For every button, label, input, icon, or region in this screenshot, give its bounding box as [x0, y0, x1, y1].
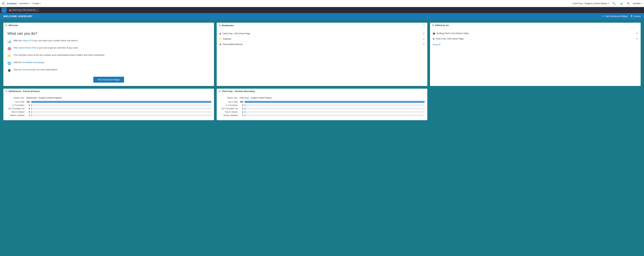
trans-bar [31, 108, 32, 110]
trans-value: 0 [240, 107, 244, 110]
create-menu[interactable]: Create ▾ [32, 2, 40, 5]
bookmarks-grid-icon: ⊞ [219, 24, 220, 27]
favorites-menu[interactable]: Favorites ▾ [19, 2, 30, 5]
trans-label: New in Master [219, 111, 240, 113]
documentation-link[interactable]: Documentation [22, 68, 36, 71]
search-button[interactable]: 🔍 [612, 1, 616, 6]
translation-row: Not Translated Yet 0 [219, 107, 425, 110]
trans-label: In Translation [219, 104, 240, 106]
settings-button[interactable]: ⚙ [626, 1, 630, 6]
library-link[interactable]: Library (F3) [22, 39, 33, 42]
trans-label: Master Updated [219, 114, 240, 116]
trans-bar [244, 101, 425, 103]
list-item: ▣ Chef Corp. USA Home Page ⊕ [433, 36, 638, 41]
plus-icon: ＋ [602, 14, 604, 18]
folder-icon: 📁 [219, 38, 222, 40]
welcome-text: WELCOME UHEIDLER! [3, 15, 32, 18]
master-site-value: Chef Corp. - English (United States) [240, 97, 272, 99]
welcome-item-favorites: 📁 The Favorites menu at the top contains… [8, 53, 210, 58]
tab-bar: ⌂ ▣ Chef Corp. USA Home Pa... [0, 7, 644, 13]
translation-row: Up to Date 408 [219, 101, 425, 103]
trans-value: 0 [240, 104, 244, 106]
user-menu-button[interactable]: uheidler ▾ [633, 2, 642, 5]
welcome-heading: What can you do? [8, 31, 210, 36]
move-icon[interactable]: ⊕ [423, 43, 425, 45]
master-site-label: Master Site: [6, 97, 26, 99]
list-item: 🎬 Smiling Chef in the Kitchen Video ⊕ [433, 31, 638, 36]
move-icon[interactable]: ⊕ [636, 37, 638, 40]
welcome-item-docs: 🎓 Visit our Documentation for more infor… [8, 68, 210, 73]
trans-bar [31, 114, 32, 116]
globe-icon: 🌐 [8, 61, 11, 65]
site-selector[interactable]: Chef Corp. | English (United States) ▾ [572, 2, 609, 5]
chef-corp-grid-icon: ⊞ [219, 90, 220, 92]
tab-icon: ▣ [10, 9, 11, 11]
chef-corp-german-card-header: ⊞ Chef Corp. - German (Germany) [217, 89, 427, 94]
trans-label: Not Translated Yet [219, 107, 240, 110]
trans-label: In Translation [6, 104, 26, 106]
library-icon: 📊 [8, 39, 11, 44]
video-icon: 🎬 [433, 32, 435, 34]
trans-bar-container [31, 104, 211, 106]
sitegenesis-french-card: ⊞ SiteGenesis - French (France) Master S… [3, 89, 214, 120]
sitegenesis-card-body: Master Site: SiteGenesis - English (Unit… [3, 94, 214, 120]
move-icon[interactable]: ⊕ [423, 32, 425, 35]
sitegenesis-grid-icon: ⊞ [6, 90, 7, 92]
trans-label: Not Translated Yet [6, 107, 26, 110]
trans-value: 0 [26, 104, 31, 106]
translation-row: Not Translated Yet 0 [6, 107, 211, 110]
bookmarks-edit-button[interactable]: ✎ [423, 24, 425, 27]
bookmarks-card: ⊞ Bookmarks ✎ ▣ Chef Corp. USA Home Page… [217, 23, 427, 86]
trans-bar-container [244, 111, 425, 113]
user-chevron-icon: ▾ [641, 2, 642, 4]
add-dashboard-widget-button[interactable]: ＋ Add Dashboard Widget [602, 14, 628, 18]
trans-label: Up to Date [6, 101, 26, 103]
upload-button[interactable]: ⬆ Upload [630, 14, 641, 18]
trans-bar-container [244, 114, 425, 116]
trans-bar-container [244, 108, 425, 110]
translation-row: Up to Date 250 [6, 101, 211, 103]
translation-row: Master Updated 1 [219, 114, 425, 116]
trans-value: 0 [26, 107, 31, 110]
upload-icon: ⬆ [630, 14, 633, 18]
trans-bar-container [244, 101, 425, 103]
list-item: 📁 Editorial ⊕ [219, 36, 425, 42]
home-tab-button[interactable]: ⌂ [1, 7, 7, 13]
control-room-link[interactable]: Control Room (F4) [18, 46, 36, 49]
move-icon[interactable]: ⊕ [636, 32, 638, 34]
brand-label[interactable]: Content [7, 2, 17, 5]
coremedia-link[interactable]: CoreMedia Homepage [22, 61, 44, 64]
docs-icon: 🎓 [8, 68, 11, 73]
trans-bar [31, 101, 211, 103]
show-all-link[interactable]: Show All [433, 43, 638, 46]
welcome-item-control-room: 🎯 The Control Room (F4) is your tool to … [8, 46, 210, 51]
bookmarks-card-body: ▣ Chef Corp. USA Home Page ⊕ 📁 Editorial… [217, 28, 427, 49]
move-icon[interactable]: ⊕ [423, 38, 425, 40]
welcome-card-title: Welcome [8, 24, 18, 26]
trans-bar-container [31, 108, 211, 110]
welcome-items: 📊 With the Library (F3) you can reach yo… [8, 39, 210, 73]
trans-bar-container [31, 111, 211, 113]
hamburger-icon[interactable]: ☰ [2, 2, 4, 5]
master-site-row: Master Site: Chef Corp. - English (Unite… [219, 97, 425, 99]
trans-bar-container [244, 104, 425, 106]
welcome-item-library: 📊 With the Library (F3) you can reach yo… [8, 39, 210, 44]
edited-card-header: ⊞ Edited by me [430, 23, 641, 28]
add-widget-button[interactable]: Add Dashboard Widget [93, 77, 124, 83]
folder-icon: 📁 [8, 54, 11, 58]
trans-label: Master Updated [6, 114, 26, 116]
library-button[interactable]: 📊 [619, 1, 624, 6]
translation-row: In Translation 0 [6, 104, 211, 106]
edited-card-body: 🎬 Smiling Chef in the Kitchen Video ⊕ ▣ … [430, 28, 641, 48]
list-item: ▣ Personalized Banner ⊕ [219, 42, 425, 47]
chef-corp-german-card: ⊞ Chef Corp. - German (Germany) Master S… [217, 89, 427, 120]
welcome-card-header: ⊞ Welcome [3, 23, 214, 28]
trans-bar [244, 104, 245, 106]
tab-chef-corp[interactable]: ▣ Chef Corp. USA Home Pa... [8, 8, 39, 12]
trans-label: Up to Date [219, 101, 240, 103]
trans-value: 0 [26, 111, 31, 113]
welcome-actions: ＋ Add Dashboard Widget ⬆ Upload [602, 14, 641, 18]
trans-bar-container [31, 114, 211, 116]
chef-corp-german-card-body: Master Site: Chef Corp. - English (Unite… [217, 94, 427, 120]
master-site-row: Master Site: SiteGenesis - English (Unit… [6, 97, 211, 99]
